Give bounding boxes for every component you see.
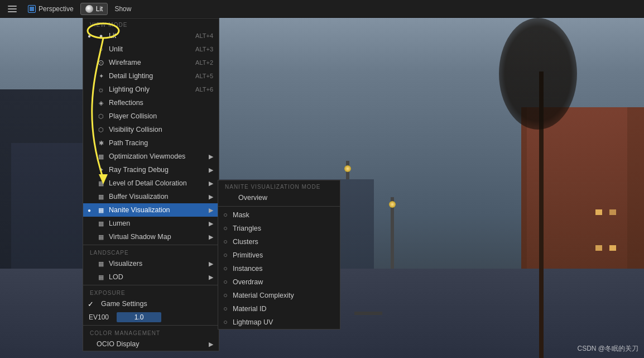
lod-landscape-icon: ▦ (97, 273, 105, 281)
material-complexity-dot (224, 294, 227, 297)
bullet-ray-tracing: ● (88, 167, 92, 173)
player-collision-label: Player Collision (109, 112, 213, 120)
bullet-path-tracing: ● (88, 140, 92, 146)
cube-icon (28, 5, 36, 13)
menu-item-optimization-viewmodes[interactable]: ● ▦ Optimization Viewmodes ▶ (83, 150, 219, 163)
lighting-only-label: Lighting Only (109, 85, 191, 93)
detail-lighting-icon: ✦ (97, 71, 105, 80)
lod-icon: ▦ (97, 179, 105, 188)
triangles-label: Triangles (233, 225, 261, 232)
lightmap-uv-dot (224, 321, 227, 324)
nanite-section-label: NANITE VISUALIZATION MODE (218, 180, 340, 191)
bullet-lod: ● (88, 180, 92, 187)
menu-item-lod[interactable]: ● ▦ LOD ▶ (83, 270, 219, 284)
lit-menu-icon: ● (97, 31, 105, 40)
nanite-submenu: NANITE VISUALIZATION MODE Overview Mask … (218, 180, 340, 330)
nanite-item-material-complexity[interactable]: Material Complexity (218, 289, 340, 302)
exposure-section-label: EXPOSURE (83, 287, 219, 297)
perspective-button[interactable]: Perspective (23, 3, 78, 15)
view-mode-menu: VIEW MODE ● ● Lit ALT+4 ● ○ Unlit ALT+3 … (83, 18, 219, 351)
nanite-item-material-id[interactable]: Material ID (218, 302, 340, 316)
bullet-player-collision: ● (88, 113, 92, 120)
nanite-item-triangles[interactable]: Triangles (218, 222, 340, 235)
menu-item-detail-lighting[interactable]: ● ✦ Detail Lighting ALT+5 (83, 69, 219, 83)
nanite-item-primitives[interactable]: Primitives (218, 249, 340, 262)
perspective-label: Perspective (39, 5, 74, 13)
bullet-reflections: ● (88, 100, 92, 106)
lit-shortcut: ALT+4 (195, 32, 213, 39)
ocio-arrow: ▶ (209, 341, 213, 348)
buffer-arrow: ▶ (209, 193, 213, 201)
detail-lighting-label: Detail Lighting (109, 72, 191, 80)
bullet-visibility-collision: ● (88, 127, 92, 133)
reflections-icon: ◈ (97, 98, 105, 107)
menu-item-game-settings[interactable]: ✓ Game Settings (83, 297, 219, 311)
bullet-ocio: ● (88, 341, 92, 347)
path-tracing-label: Path Tracing (109, 139, 213, 147)
game-settings-label: Game Settings (101, 300, 213, 308)
nanite-item-lightmap-uv[interactable]: Lightmap UV (218, 316, 340, 329)
lit-button[interactable]: Lit (80, 3, 108, 15)
clusters-dot (224, 240, 227, 244)
lighting-only-icon: ☼ (97, 85, 105, 94)
bullet-detail: ● (88, 73, 92, 79)
lit-label: Lit (96, 5, 103, 13)
divider-exposure (83, 285, 219, 285)
nanite-item-overdraw[interactable]: Overdraw (218, 275, 340, 289)
menu-item-virtual-shadow-map[interactable]: ● ▦ Virtual Shadow Map ▶ (83, 230, 219, 244)
mask-label: Mask (233, 211, 249, 219)
menu-item-visibility-collision[interactable]: ● ⬡ Visibility Collision (83, 123, 219, 136)
nanite-item-clusters[interactable]: Clusters (218, 235, 340, 249)
menu-item-reflections[interactable]: ● ◈ Reflections (83, 96, 219, 109)
menu-item-unlit[interactable]: ● ○ Unlit ALT+3 (83, 42, 219, 56)
show-button[interactable]: Show (110, 3, 136, 15)
primitives-dot (224, 254, 227, 257)
unlit-shortcut: ALT+3 (195, 46, 213, 52)
overdraw-dot (224, 280, 227, 284)
nanite-item-instances[interactable]: Instances (218, 262, 340, 275)
wireframe-shortcut: ALT+2 (195, 59, 213, 66)
nanite-item-mask[interactable]: Mask (218, 208, 340, 222)
menu-item-visualizers[interactable]: ● ▦ Visualizers ▶ (83, 257, 219, 270)
color-management-label: COLOR MANAGEMENT (83, 327, 219, 337)
menu-item-path-tracing[interactable]: ● ✱ Path Tracing (83, 136, 219, 150)
nanite-item-overview[interactable]: Overview (218, 191, 340, 204)
lit-item-label: Lit (109, 32, 191, 40)
lumen-icon: ▦ (97, 219, 105, 228)
toolbar: Perspective Lit Show (0, 0, 644, 18)
hamburger-menu-button[interactable] (3, 3, 21, 15)
watermark: CSDN @冬眠的关刀 (577, 344, 638, 354)
visualizers-label: Visualizers (109, 260, 206, 268)
menu-item-lit[interactable]: ● ● Lit ALT+4 (83, 29, 219, 42)
menu-item-player-collision[interactable]: ● ⬡ Player Collision (83, 109, 219, 123)
menu-item-lighting-only[interactable]: ● ☼ Lighting Only ALT+6 (83, 83, 219, 96)
detail-lighting-shortcut: ALT+5 (195, 73, 213, 79)
lumen-label: Lumen (109, 219, 206, 227)
player-collision-icon: ⬡ (97, 112, 105, 121)
bullet-wireframe: ● (88, 60, 92, 66)
menu-item-ocio-display[interactable]: ● OCIO Display ▶ (83, 337, 219, 351)
virtual-shadow-map-label: Virtual Shadow Map (109, 233, 206, 241)
unlit-menu-icon: ○ (97, 45, 105, 54)
bullet-visualizers: ● (88, 261, 92, 267)
material-id-dot (224, 307, 227, 311)
menu-item-ev100: EV100 (83, 311, 219, 324)
bullet-lighting-only: ● (88, 87, 92, 93)
view-mode-section-label: VIEW MODE (83, 18, 219, 29)
vsm-icon: ▦ (97, 232, 105, 241)
menu-item-lod-coloration[interactable]: ● ▦ Level of Detail Coloration ▶ (83, 176, 219, 190)
vsm-arrow: ▶ (209, 233, 213, 241)
lightmap-uv-label: Lightmap UV (233, 318, 273, 326)
nanite-visualization-label: Nanite Visualization (109, 206, 206, 214)
buffer-visualization-label: Buffer Visualization (109, 193, 206, 201)
overview-label: Overview (238, 194, 267, 202)
menu-item-nanite-visualization[interactable]: ● ▦ Nanite Visualization ▶ (83, 203, 219, 217)
menu-item-lumen[interactable]: ● ▦ Lumen ▶ (83, 217, 219, 230)
menu-item-buffer-visualization[interactable]: ● ▦ Buffer Visualization ▶ (83, 190, 219, 203)
menu-item-ray-tracing[interactable]: ● ✦ Ray Tracing Debug ▶ (83, 163, 219, 176)
path-tracing-icon: ✱ (97, 139, 105, 147)
menu-item-wireframe[interactable]: ● ⊙ Wireframe ALT+2 (83, 56, 219, 69)
lighting-only-shortcut: ALT+6 (195, 86, 213, 93)
nanite-arrow: ▶ (209, 207, 213, 214)
ev100-input[interactable] (117, 312, 161, 322)
